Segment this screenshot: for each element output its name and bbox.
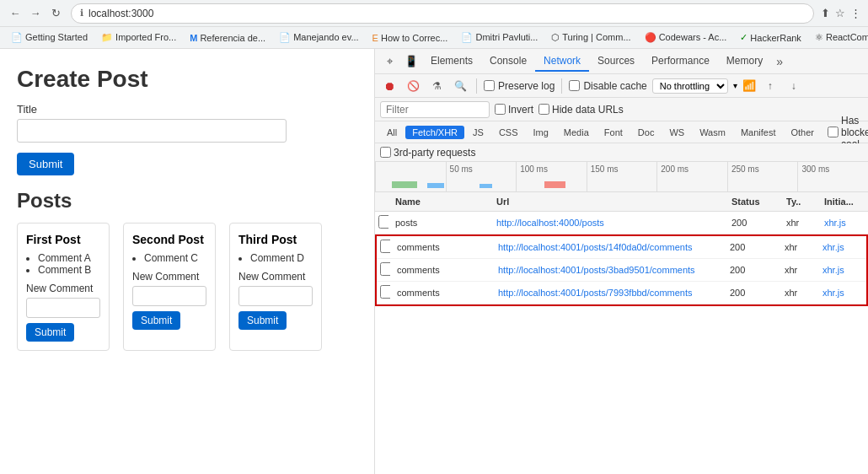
tab-sources[interactable]: Sources [589, 51, 643, 72]
comment-input-2[interactable] [132, 286, 206, 306]
bookmark-item[interactable]: E How to Correc... [368, 31, 453, 45]
comment-input-3[interactable] [238, 286, 313, 306]
td-name: comments [390, 263, 491, 277]
bookmark-item[interactable]: ⬡ Turing | Comm... [547, 30, 635, 45]
forward-button[interactable]: → [27, 5, 44, 22]
td-url: http://localhost:4001/posts/7993fbbd/com… [491, 286, 723, 299]
disable-cache-checkbox-label[interactable]: Disable cache [569, 80, 646, 92]
bookmark-item[interactable]: 🔴 Codewars - Ac... [640, 30, 731, 45]
th-initiator[interactable]: Initia... [817, 195, 868, 208]
filter-input[interactable] [380, 101, 490, 118]
third-party-checkbox[interactable] [380, 147, 391, 158]
menu-icon[interactable]: ⋮ [850, 7, 861, 19]
invert-checkbox-label[interactable]: Invert [495, 104, 533, 116]
filter-img[interactable]: Img [527, 126, 555, 139]
third-party-checkbox-label[interactable]: 3rd-party requests [380, 147, 475, 159]
clear-button[interactable]: 🚫 [404, 77, 422, 95]
td-url: http://localhost:4001/posts/3bad9501/com… [491, 263, 723, 277]
th-status[interactable]: Status [725, 195, 780, 208]
disable-cache-checkbox[interactable] [569, 80, 580, 91]
filter-js[interactable]: JS [466, 126, 490, 139]
tab-elements[interactable]: Elements [422, 51, 481, 72]
title-input[interactable] [17, 119, 287, 143]
comment-submit-1[interactable]: Submit [26, 323, 74, 342]
bookmark-item[interactable]: 📁 Imported Fro... [97, 30, 180, 45]
filter-all[interactable]: All [380, 126, 404, 139]
filter-font[interactable]: Font [597, 126, 630, 139]
download-icon-button[interactable]: ↓ [785, 77, 803, 95]
back-button[interactable]: ← [7, 5, 24, 22]
tab-console[interactable]: Console [481, 51, 535, 72]
url-text: localhost:3000 [88, 8, 153, 19]
post-title-2: Second Post [132, 232, 206, 247]
filter-fetch-xhr[interactable]: Fetch/XHR [405, 126, 464, 139]
hide-data-urls-checkbox[interactable] [538, 104, 549, 115]
top-right-icons: ⬆ ☆ ⋮ [821, 7, 861, 19]
tick-300ms-label: 300 ms [797, 162, 868, 191]
bookmark-item[interactable]: M Referencia de... [185, 31, 270, 45]
highlighted-requests-group: comments http://localhost:4001/posts/14f… [375, 234, 868, 306]
throttling-select[interactable]: No throttling Slow 3G Fast 3G Offline [652, 78, 728, 94]
filter-media[interactable]: Media [557, 126, 596, 139]
address-bar[interactable]: ℹ localhost:3000 [71, 3, 814, 24]
network-table: Name Url Status Ty.. Initia... posts htt… [375, 192, 868, 474]
comment-submit-3[interactable]: Submit [238, 311, 287, 330]
td-name: posts [388, 216, 490, 229]
filter-icon-button[interactable]: ⚗ [427, 77, 446, 95]
comment-submit-2[interactable]: Submit [132, 311, 180, 330]
td-name: comments [390, 240, 491, 254]
page-title: Create Post [17, 66, 357, 93]
preserve-log-checkbox-label[interactable]: Preserve log [484, 80, 555, 92]
filter-ws[interactable]: WS [662, 126, 691, 139]
row-checkbox[interactable] [380, 240, 390, 253]
third-party-label: 3rd-party requests [394, 147, 475, 159]
refresh-button[interactable]: ↻ [47, 5, 64, 22]
create-post-submit-button[interactable]: Submit [17, 153, 74, 175]
tab-performance[interactable]: Performance [643, 51, 718, 72]
filter-other[interactable]: Other [784, 126, 821, 139]
filter-wasm[interactable]: Wasm [693, 126, 732, 139]
tab-memory[interactable]: Memory [718, 51, 771, 72]
devtools-device-icon[interactable]: 📱 [400, 51, 422, 73]
star-icon[interactable]: ☆ [835, 7, 845, 19]
table-row[interactable]: comments http://localhost:4001/posts/799… [377, 282, 866, 304]
upload-icon-button[interactable]: ↑ [761, 77, 780, 95]
filter-doc[interactable]: Doc [631, 126, 662, 139]
hide-data-urls-checkbox-label[interactable]: Hide data URLs [538, 104, 624, 116]
filter-css[interactable]: CSS [492, 126, 525, 139]
title-label: Title [17, 103, 357, 116]
table-header: Name Url Status Ty.. Initia... [375, 192, 868, 212]
posts-section-title: Posts [17, 189, 357, 213]
share-icon[interactable]: ⬆ [821, 7, 830, 19]
has-blocked-checkbox[interactable] [828, 127, 839, 137]
tick-250ms-label: 250 ms [727, 162, 798, 191]
comment-input-1[interactable] [26, 298, 100, 318]
td-initiator: xhr.js [817, 216, 868, 229]
th-name[interactable]: Name [388, 195, 490, 208]
more-tabs-button[interactable]: » [771, 51, 788, 72]
invert-checkbox[interactable] [495, 104, 506, 115]
row-checkbox[interactable] [380, 262, 390, 276]
bookmark-item[interactable]: 📄 Manejando ev... [275, 30, 363, 45]
row-checkbox[interactable] [380, 285, 390, 299]
table-row[interactable]: comments http://localhost:4001/posts/3ba… [377, 259, 866, 282]
toolbar-divider-2 [561, 78, 562, 94]
devtools-cursor-icon[interactable]: ⌖ [378, 51, 400, 73]
bookmark-item[interactable]: ✓ HackerRank [736, 30, 806, 45]
record-button[interactable]: ⏺ [380, 77, 399, 95]
row-checkbox[interactable] [378, 215, 388, 229]
webpage-panel: Create Post Title Submit Posts First Pos… [0, 49, 375, 474]
th-type[interactable]: Ty.. [780, 195, 817, 208]
filter-manifest[interactable]: Manifest [734, 126, 783, 139]
bookmark-item[interactable]: 📄 Getting Started [7, 30, 92, 45]
bookmark-item[interactable]: 📄 Dmitri Pavluti... [457, 30, 542, 45]
tab-network[interactable]: Network [535, 51, 589, 72]
td-initiator: xhr.js [816, 263, 866, 277]
table-row[interactable]: comments http://localhost:4001/posts/14f… [377, 236, 866, 259]
th-url[interactable]: Url [490, 195, 725, 208]
search-button[interactable]: 🔍 [451, 77, 469, 95]
bookmark-item[interactable]: ⚛ ReactCompon... [811, 30, 868, 45]
table-row[interactable]: posts http://localhost:4000/posts 200 xh… [375, 212, 868, 234]
waterfall-timeline-header: 50 ms 100 ms 150 ms 200 ms 250 ms 300 ms [375, 162, 868, 192]
preserve-log-checkbox[interactable] [484, 80, 495, 91]
